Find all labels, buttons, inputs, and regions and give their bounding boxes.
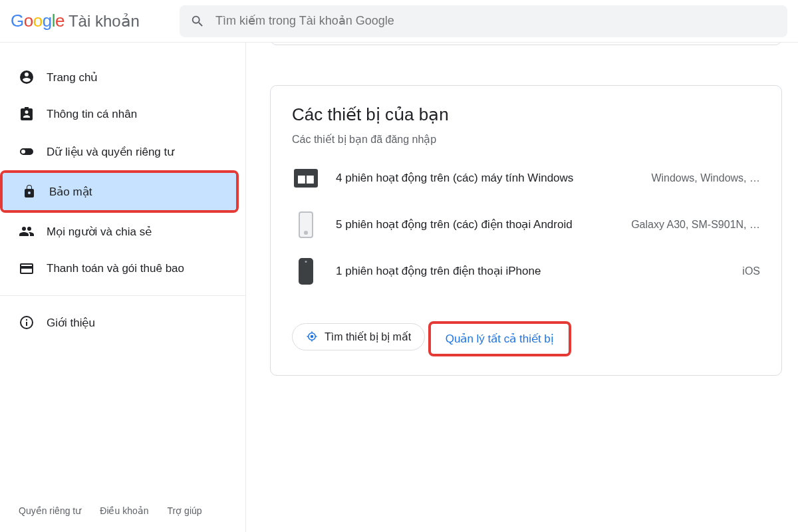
people-icon [19,223,35,239]
device-description: 5 phiên hoạt động trên (các) điện thoại … [336,217,615,233]
windows-device-icon [292,164,320,192]
find-lost-device-button[interactable]: Tìm thiết bị bị mất [292,323,425,350]
google-account-logo[interactable]: Google Tài khoản [11,11,140,31]
device-row-android[interactable]: 5 phiên hoạt động trên (các) điện thoại … [292,211,760,239]
target-icon [306,331,318,342]
footer-help-link[interactable]: Trợ giúp [168,505,202,516]
footer-privacy-link[interactable]: Quyền riêng tư [19,505,81,516]
iphone-device-icon [292,257,320,285]
sidebar: Trang chủ Thông tin cá nhân Dữ liệu và q… [0,43,246,532]
device-description: 1 phiên hoạt động trên điện thoại iPhone [336,263,726,279]
sidebar-item-home[interactable]: Trang chủ [0,59,245,96]
android-phone-icon [292,211,320,239]
device-row-iphone[interactable]: 1 phiên hoạt động trên điện thoại iPhone… [292,257,760,285]
sidebar-item-label: Mọi người và chia sẻ [47,225,152,239]
info-icon [19,315,35,331]
sidebar-item-label: Dữ liệu và quyền riêng tư [47,145,174,159]
sidebar-item-security[interactable]: Bảo mật [3,173,236,210]
card-subtitle: Các thiết bị bạn đã đăng nhập [292,133,760,146]
id-card-icon [19,106,35,122]
search-bar[interactable] [180,5,787,37]
card-title: Các thiết bị của bạn [292,104,760,125]
lock-icon [21,184,37,200]
svg-point-1 [311,336,313,338]
passkeys-card-partial: Khóa truy cập [270,43,782,45]
device-description: 4 phiên hoạt động trên (các) máy tính Wi… [336,170,635,186]
device-row-windows[interactable]: 4 phiên hoạt động trên (các) máy tính Wi… [292,164,760,192]
highlight-security: Bảo mật [0,170,239,213]
find-lost-device-label: Tìm thiết bị bị mất [325,331,411,343]
sidebar-footer: Quyền riêng tư Điều khoản Trợ giúp [0,489,245,532]
toggle-icon [19,144,35,160]
sidebar-item-about[interactable]: Giới thiệu [0,304,245,341]
sidebar-divider [0,295,245,296]
device-meta: Windows, Windows, … [651,172,760,184]
sidebar-item-payments[interactable]: Thanh toán và gói thuê bao [0,250,245,287]
user-circle-icon [19,69,35,85]
device-meta: iOS [742,265,760,277]
sidebar-item-label: Giới thiệu [47,316,95,330]
sidebar-item-label: Thông tin cá nhân [47,108,137,121]
google-logo: Google [11,11,65,31]
sidebar-item-people-sharing[interactable]: Mọi người và chia sẻ [0,213,245,250]
your-devices-card: Các thiết bị của bạn Các thiết bị bạn đã… [270,85,782,376]
search-icon [190,14,205,29]
sidebar-item-data-privacy[interactable]: Dữ liệu và quyền riêng tư [0,133,245,170]
card-icon [19,261,35,277]
footer-terms-link[interactable]: Điều khoản [100,505,148,516]
account-product-label: Tài khoản [68,12,140,31]
sidebar-item-label: Bảo mật [49,185,92,199]
app-header: Google Tài khoản [0,0,798,43]
manage-all-devices-link[interactable]: Quản lý tất cả thiết bị [446,332,554,345]
main-content: Khóa truy cập Các thiết bị của bạn Các t… [246,43,798,532]
highlight-manage-devices: Quản lý tất cả thiết bị [428,321,571,356]
search-input[interactable] [215,14,777,28]
sidebar-item-label: Trang chủ [47,70,98,84]
device-meta: Galaxy A30, SM-S901N, … [631,219,760,231]
sidebar-item-label: Thanh toán và gói thuê bao [47,262,184,275]
sidebar-item-personal-info[interactable]: Thông tin cá nhân [0,96,245,133]
